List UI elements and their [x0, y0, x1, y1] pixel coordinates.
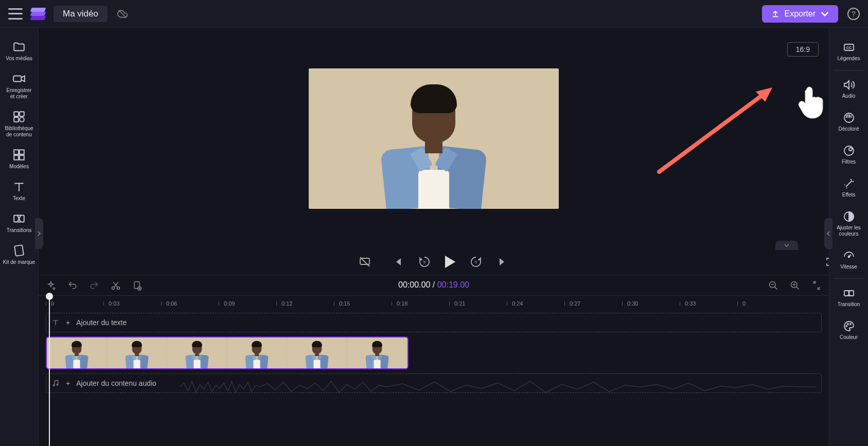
svg-rect-1 [13, 76, 21, 82]
sidebar-item-label: Enregistrer et créer [7, 87, 32, 100]
contrast-icon [843, 210, 855, 223]
scissors-icon[interactable] [111, 280, 121, 291]
audio-track-label: Ajouter du contenu audio [76, 379, 156, 387]
text-icon [51, 318, 60, 327]
sidebar-item-color[interactable]: Couleur [829, 314, 868, 347]
svg-text:CC: CC [846, 46, 851, 49]
svg-text:5: 5 [475, 260, 477, 264]
gauge-icon [843, 249, 855, 262]
sidebar-item-fade[interactable]: Décoloré [829, 105, 868, 138]
sidebar-item-captions[interactable]: CC Légendes [829, 35, 868, 68]
svg-rect-4 [14, 117, 19, 122]
annotation-arrow-icon [654, 84, 777, 177]
svg-point-29 [844, 113, 854, 122]
preview-area: 16:9 [39, 28, 829, 249]
magic-icon[interactable] [46, 280, 56, 291]
sidebar-item-text[interactable]: Texte [0, 175, 38, 207]
chevron-down-icon [821, 10, 829, 18]
center-panel: 16:9 5 5 [39, 28, 829, 446]
svg-rect-6 [14, 150, 19, 154]
sidebar-item-speed[interactable]: Vitesse [829, 243, 868, 276]
sidebar-item-label: Kit de marque [3, 259, 35, 265]
sidebar-item-transition[interactable]: Transition [829, 281, 868, 314]
ruler-mark: 0:12 [281, 300, 339, 307]
svg-point-37 [850, 324, 851, 325]
forward-5-icon[interactable]: 5 [470, 256, 482, 268]
fit-icon[interactable] [811, 280, 822, 291]
svg-rect-8 [14, 155, 19, 160]
menu-button[interactable] [8, 8, 23, 20]
playhead[interactable] [46, 293, 53, 300]
sidebar-item-label: Transitions [7, 227, 32, 234]
sidebar-item-label: Modèles [9, 164, 29, 170]
clip-thumbnail [167, 337, 227, 368]
sidebar-item-templates[interactable]: Modèles [0, 143, 38, 175]
chalkboard-off-icon[interactable] [359, 256, 371, 268]
video-clip[interactable] [46, 336, 409, 369]
transitions-icon [12, 212, 26, 225]
svg-text:5: 5 [423, 260, 426, 264]
ruler-mark: 0:03 [109, 300, 166, 307]
sidebar-item-label: Filtres [842, 159, 856, 165]
svg-point-30 [844, 146, 854, 155]
transition-icon [843, 287, 855, 299]
svg-point-18 [53, 288, 55, 289]
svg-rect-9 [20, 155, 24, 160]
sidebar-item-label: Bibliothèque de contenu [5, 126, 33, 138]
ruler-mark: 0 [742, 300, 800, 307]
sidebar-item-adjust[interactable]: Ajuster les couleurs [829, 204, 868, 243]
playback-controls: 5 5 [39, 249, 829, 275]
project-title[interactable]: Ma vidéo [54, 6, 108, 22]
clip-thumbnail [287, 337, 347, 368]
audio-track-placeholder[interactable]: + Ajouter du contenu audio [46, 373, 822, 393]
ruler-mark: 0:09 [224, 300, 281, 307]
svg-rect-3 [20, 112, 24, 116]
sidebar-item-filters[interactable]: Filtres [829, 138, 868, 171]
sidebar-item-brandkit[interactable]: Kit de marque [0, 239, 38, 271]
collapse-right-button[interactable] [824, 218, 832, 249]
svg-point-26 [57, 384, 58, 385]
text-track-placeholder[interactable]: + Ajouter du texte [46, 313, 822, 332]
timecode-display: 00:00.00 / 00:19.00 [398, 280, 469, 290]
aspect-ratio-button[interactable]: 16:9 [787, 42, 819, 57]
sidebar-item-transitions[interactable]: Transitions [0, 207, 38, 239]
svg-point-35 [846, 326, 847, 327]
export-button[interactable]: Exporter [762, 5, 838, 23]
sidebar-item-effects[interactable]: Effets [829, 171, 868, 204]
export-label: Exporter [785, 9, 816, 19]
sidebar-item-label: Vitesse [840, 264, 857, 270]
ruler-mark: 0 [51, 300, 109, 307]
video-preview[interactable] [309, 68, 559, 209]
sidebar-item-audio[interactable]: Audio [829, 73, 868, 105]
sidebar-item-label: Décoloré [838, 126, 859, 132]
timeline-ruler[interactable]: 00:030:060:090:120:150:180:210:240:270:3… [39, 295, 829, 311]
sidebar-item-library[interactable]: Bibliothèque de contenu [0, 105, 38, 143]
play-button[interactable] [445, 256, 455, 268]
svg-marker-13 [756, 87, 772, 102]
redo-icon[interactable] [89, 280, 99, 291]
sidebar-item-record[interactable]: Enregistrer et créer [0, 67, 38, 105]
skip-back-icon[interactable] [392, 256, 404, 268]
camera-icon [12, 72, 26, 85]
plus-icon: + [66, 318, 70, 327]
svg-rect-7 [20, 150, 24, 154]
cloud-sync-off-icon [116, 9, 129, 19]
chevron-down-icon [784, 243, 790, 247]
collapse-preview-button[interactable] [775, 241, 798, 250]
copy-plus-icon[interactable] [132, 280, 143, 291]
timeline-toolbar: 00:00.00 / 00:19.00 [39, 275, 829, 295]
help-button[interactable]: ? [847, 8, 860, 20]
zoom-in-icon[interactable] [790, 280, 800, 291]
zoom-out-icon[interactable] [768, 280, 778, 291]
undo-icon[interactable] [67, 280, 78, 291]
sidebar-item-media[interactable]: Vos médias [0, 35, 38, 67]
grid-icon [12, 148, 26, 162]
clip-thumbnail [47, 337, 107, 368]
svg-rect-11 [14, 245, 24, 256]
skip-forward-icon[interactable] [497, 256, 509, 268]
clip-thumbnail [347, 337, 408, 368]
library-icon [12, 110, 26, 123]
text-icon [12, 180, 26, 193]
rewind-5-icon[interactable]: 5 [418, 256, 431, 268]
clip-thumbnail [227, 337, 287, 368]
